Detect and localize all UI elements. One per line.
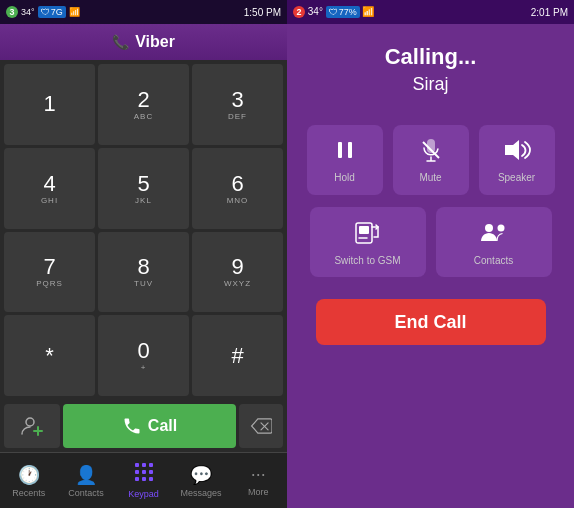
right-status-icons: 2 34° 🛡 77% 📶 <box>293 6 374 18</box>
shield-icon-right: 🛡 77% <box>326 6 360 18</box>
svg-marker-17 <box>505 140 519 160</box>
calling-name: Siraj <box>287 74 574 95</box>
call-icon <box>122 416 142 436</box>
signal-bars-left: 📶 <box>69 7 80 17</box>
switch-gsm-label: Switch to GSM <box>334 255 400 266</box>
switch-gsm-button[interactable]: Switch to GSM <box>310 207 426 277</box>
calling-title: Calling... <box>287 44 574 70</box>
speaker-icon <box>503 138 531 168</box>
controls-row-2: Switch to GSM Contacts <box>310 207 552 277</box>
signal-badge-right: 2 <box>293 6 305 18</box>
viber-title: Viber <box>135 33 175 51</box>
dial-key-4[interactable]: 4 GHI <box>4 148 95 229</box>
temp-left: 34° <box>21 7 35 17</box>
add-contact-icon <box>20 414 44 438</box>
right-panel: 2 34° 🛡 77% 📶 2:01 PM Calling... Siraj <box>287 0 574 508</box>
time-right: 2:01 PM <box>531 7 568 18</box>
more-icon: ··· <box>251 464 266 485</box>
dial-key-hash[interactable]: # <box>192 315 283 396</box>
svg-rect-11 <box>135 477 139 481</box>
backspace-icon <box>250 417 272 435</box>
svg-rect-13 <box>149 477 153 481</box>
add-contact-button[interactable] <box>4 404 60 448</box>
shield-icon-left: 🛡 7G <box>38 6 66 18</box>
call-label: Call <box>148 417 177 435</box>
keypad-icon <box>134 462 154 487</box>
svg-rect-9 <box>142 470 146 474</box>
dial-key-star[interactable]: * <box>4 315 95 396</box>
contacts-label: Contacts <box>68 488 104 498</box>
call-controls: Hold Mute <box>287 105 574 508</box>
svg-rect-14 <box>338 142 342 158</box>
nav-item-keypad[interactable]: Keypad <box>115 462 172 499</box>
recents-label: Recents <box>12 488 45 498</box>
mute-label: Mute <box>419 172 441 183</box>
hold-icon <box>333 138 357 168</box>
svg-point-21 <box>485 224 493 232</box>
call-button[interactable]: Call <box>63 404 236 448</box>
keypad-label: Keypad <box>128 489 159 499</box>
dial-key-9[interactable]: 9 WXYZ <box>192 232 283 313</box>
dialpad-area: 1 2 ABC 3 DEF 4 GHI 5 JKL 6 MNO 7 PQRS 8 <box>0 60 287 400</box>
status-bar-right: 2 34° 🛡 77% 📶 2:01 PM <box>287 0 574 24</box>
nav-item-recents[interactable]: 🕐 Recents <box>0 464 57 498</box>
action-bar: Call <box>0 400 287 452</box>
dial-key-1[interactable]: 1 <box>4 64 95 145</box>
signal-badge-left: 3 <box>6 6 18 18</box>
end-call-label: End Call <box>394 312 466 333</box>
switch-gsm-icon <box>354 219 382 251</box>
dial-key-0[interactable]: 0 + <box>98 315 189 396</box>
contacts-call-label: Contacts <box>474 255 513 266</box>
nav-item-contacts[interactable]: 👤 Contacts <box>57 464 114 498</box>
contacts-button[interactable]: Contacts <box>436 207 552 277</box>
end-call-button[interactable]: End Call <box>316 299 546 345</box>
viber-logo-icon: 📞 <box>112 34 129 50</box>
dial-key-7[interactable]: 7 PQRS <box>4 232 95 313</box>
svg-rect-6 <box>142 463 146 467</box>
svg-rect-7 <box>149 463 153 467</box>
controls-row-1: Hold Mute <box>307 125 555 195</box>
mute-button[interactable]: Mute <box>393 125 469 195</box>
signal-bars-right: 📶 <box>362 6 374 17</box>
messages-icon: 💬 <box>190 464 212 486</box>
svg-point-0 <box>26 418 34 426</box>
hold-button[interactable]: Hold <box>307 125 383 195</box>
nav-item-more[interactable]: ··· More <box>230 464 287 497</box>
temp-right: 34° <box>308 6 323 17</box>
svg-point-22 <box>497 224 504 231</box>
calling-header: Calling... Siraj <box>287 24 574 105</box>
bottom-nav-left: 🕐 Recents 👤 Contacts Ke <box>0 452 287 508</box>
left-panel: 3 34° 🛡 7G 📶 1:50 PM 📞 Viber 1 2 ABC 3 D… <box>0 0 287 508</box>
mute-icon <box>419 138 443 168</box>
dial-key-2[interactable]: 2 ABC <box>98 64 189 145</box>
messages-label: Messages <box>180 488 221 498</box>
svg-rect-8 <box>135 470 139 474</box>
more-label: More <box>248 487 269 497</box>
contacts-call-icon <box>479 219 509 251</box>
svg-rect-5 <box>135 463 139 467</box>
time-left: 1:50 PM <box>244 7 281 18</box>
dial-key-3[interactable]: 3 DEF <box>192 64 283 145</box>
dial-key-6[interactable]: 6 MNO <box>192 148 283 229</box>
hold-label: Hold <box>334 172 355 183</box>
svg-rect-19 <box>359 226 369 234</box>
speaker-label: Speaker <box>498 172 535 183</box>
speaker-button[interactable]: Speaker <box>479 125 555 195</box>
svg-rect-12 <box>142 477 146 481</box>
contacts-icon: 👤 <box>75 464 97 486</box>
dial-key-8[interactable]: 8 TUV <box>98 232 189 313</box>
dial-key-5[interactable]: 5 JKL <box>98 148 189 229</box>
recents-icon: 🕐 <box>18 464 40 486</box>
svg-rect-15 <box>348 142 352 158</box>
nav-item-messages[interactable]: 💬 Messages <box>172 464 229 498</box>
viber-header: 📞 Viber <box>0 24 287 60</box>
status-bar-left: 3 34° 🛡 7G 📶 1:50 PM <box>0 0 287 24</box>
left-status-icons: 3 34° 🛡 7G 📶 <box>6 6 80 18</box>
svg-rect-10 <box>149 470 153 474</box>
backspace-button[interactable] <box>239 404 283 448</box>
